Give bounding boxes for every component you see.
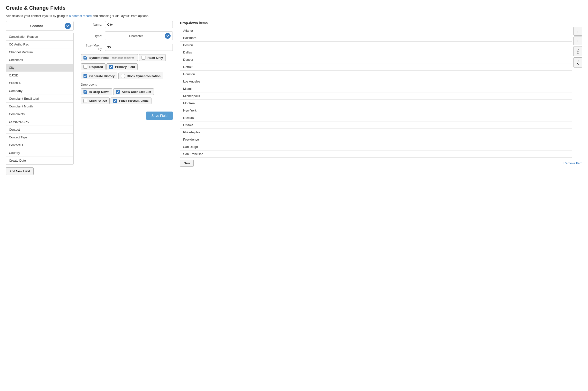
dropdown-item[interactable]: Providence (180, 136, 572, 143)
enter-custom-label: Enter Custom Value (119, 99, 149, 103)
dropdown-items-title: Drop-down items (180, 21, 582, 25)
list-item[interactable]: Contact Type (6, 134, 73, 141)
main-layout: Contact Cancellation ReasonCC Autho RecC… (6, 21, 582, 175)
sort-za-button[interactable]: ↓ZA (574, 57, 582, 68)
dropdown-item[interactable]: Minneapolis (180, 93, 572, 100)
list-item[interactable]: Company (6, 87, 73, 95)
subtitle: Add fields to your contact layouts by go… (6, 14, 582, 18)
generate-history-checkbox-row: Generate History (81, 73, 117, 79)
list-item[interactable]: Complaint Month (6, 102, 73, 110)
dropdown-item[interactable]: San Francisco (180, 151, 572, 158)
dropdown-item[interactable]: Houston (180, 71, 572, 78)
is-dropdown-checkbox-row: Is Drop Down (81, 88, 112, 95)
dropdown-footer: New Remove Item (180, 160, 582, 167)
dropdown-item[interactable]: Dallas (180, 49, 572, 56)
save-field-button[interactable]: Save Field (146, 111, 173, 120)
required-label: Required (89, 65, 103, 69)
multi-select-label: Multi-Select (89, 99, 107, 103)
list-item[interactable]: Contact (6, 126, 73, 134)
left-panel: Contact Cancellation ReasonCC Autho RecC… (6, 21, 74, 175)
block-sync-checkbox-row: Block Synchronization (118, 73, 163, 79)
size-row: Size (Max = 30): (81, 44, 173, 51)
list-item[interactable]: Cancellation Reason (6, 33, 73, 41)
sort-up-button[interactable]: ↑ (574, 27, 582, 36)
list-item[interactable]: CONSYNCPK (6, 118, 73, 126)
contact-selector[interactable]: Contact (6, 21, 74, 31)
read-only-label: Read Only (147, 56, 163, 60)
is-dropdown-label: Is Drop Down (89, 90, 110, 94)
primary-field-checkbox-row: Primary Field (106, 63, 137, 70)
list-item[interactable]: Country (6, 149, 73, 157)
dropdown-section-label: Drop-down: (81, 83, 173, 86)
allow-user-edit-label: Allow User Edit List (122, 90, 151, 94)
contact-selector-arrow[interactable] (65, 23, 71, 29)
dropdown-item[interactable]: Miami (180, 85, 572, 93)
list-item[interactable]: Create Date (6, 157, 73, 164)
type-row: Type: Character (81, 31, 173, 40)
page-title: Create & Change Fields (6, 5, 582, 11)
enter-custom-checkbox-row: Enter Custom Value (110, 98, 151, 104)
size-input[interactable] (105, 44, 173, 51)
sort-down-button[interactable]: ↓ (574, 37, 582, 45)
allow-user-edit-checkbox[interactable] (116, 90, 120, 94)
read-only-checkbox[interactable] (142, 56, 145, 60)
dropdown-items-list: AtlantaBaltimoreBostonDallasDenverDetroi… (180, 27, 572, 158)
dropdown-items-layout: AtlantaBaltimoreBostonDallasDenverDetroi… (180, 27, 582, 158)
required-checkbox-row: Required (81, 63, 105, 70)
dropdown-item[interactable]: New York (180, 107, 572, 114)
type-label: Type: (81, 34, 105, 38)
contact-record-link[interactable]: a contact record (69, 14, 92, 18)
system-field-label: System Field (cannot be removed) (89, 56, 135, 60)
type-selector-arrow[interactable] (165, 33, 171, 39)
type-selector-label: Character (107, 34, 165, 38)
dropdown-item[interactable]: Los Angeles (180, 78, 572, 85)
primary-field-checkbox[interactable] (109, 65, 113, 69)
new-item-button[interactable]: New (180, 160, 194, 167)
generate-history-checkbox[interactable] (84, 74, 87, 78)
name-input[interactable] (105, 21, 173, 28)
multi-select-checkbox-row: Multi-Select (81, 98, 110, 104)
type-selector[interactable]: Character (105, 31, 173, 40)
is-dropdown-checkbox[interactable] (84, 90, 87, 94)
enter-custom-checkbox[interactable] (113, 99, 117, 103)
block-sync-label: Block Synchronization (127, 74, 161, 78)
primary-field-label: Primary Field (115, 65, 135, 69)
list-item[interactable]: ClientURL (6, 79, 73, 87)
list-item[interactable]: ContactID (6, 141, 73, 149)
remove-item-link[interactable]: Remove Item (564, 161, 582, 165)
sort-az-button[interactable]: ↓AZ (574, 46, 582, 56)
dropdown-item[interactable]: San Diego (180, 143, 572, 151)
list-item[interactable]: CJOID (6, 72, 73, 79)
dropdown-item[interactable]: Philadelphia (180, 129, 572, 136)
dropdown-item[interactable]: Montreal (180, 100, 572, 107)
dropdown-item[interactable]: Boston (180, 42, 572, 49)
list-item[interactable]: City (6, 64, 73, 72)
list-item[interactable]: CC Autho Rec (6, 41, 73, 48)
checkbox-section: System Field (cannot be removed) Read On… (81, 54, 173, 107)
block-sync-checkbox[interactable] (121, 74, 125, 78)
dropdown-item[interactable]: Ottawa (180, 121, 572, 129)
list-item[interactable]: Checkbox (6, 56, 73, 64)
middle-panel: Name: Type: Character Size (Max = 30): (81, 21, 173, 120)
list-item[interactable]: Complaint Email total (6, 95, 73, 102)
allow-user-edit-checkbox-row: Allow User Edit List (113, 88, 154, 95)
right-panel: Drop-down items AtlantaBaltimoreBostonDa… (180, 21, 582, 167)
name-row: Name: (81, 21, 173, 28)
sort-buttons: ↑ ↓ ↓AZ ↓ZA (574, 27, 582, 68)
read-only-checkbox-row: Read Only (139, 54, 166, 61)
multi-select-checkbox[interactable] (84, 99, 87, 103)
list-item[interactable]: Complaints (6, 110, 73, 118)
system-field-checkbox-row: System Field (cannot be removed) (81, 54, 138, 61)
required-checkbox[interactable] (84, 65, 87, 69)
field-list: Cancellation ReasonCC Autho RecChannel M… (6, 33, 74, 165)
dropdown-item[interactable]: Baltimore (180, 34, 572, 42)
dropdown-item[interactable]: Denver (180, 56, 572, 63)
add-new-field-button[interactable]: Add New Field (6, 167, 34, 175)
size-label: Size (Max = 30): (81, 44, 105, 51)
dropdown-item[interactable]: Newark (180, 114, 572, 121)
dropdown-item[interactable]: Atlanta (180, 27, 572, 34)
generate-history-label: Generate History (89, 74, 115, 78)
dropdown-item[interactable]: Detroit (180, 63, 572, 71)
list-item[interactable]: Channel Medium (6, 48, 73, 56)
system-field-checkbox[interactable] (84, 56, 87, 60)
